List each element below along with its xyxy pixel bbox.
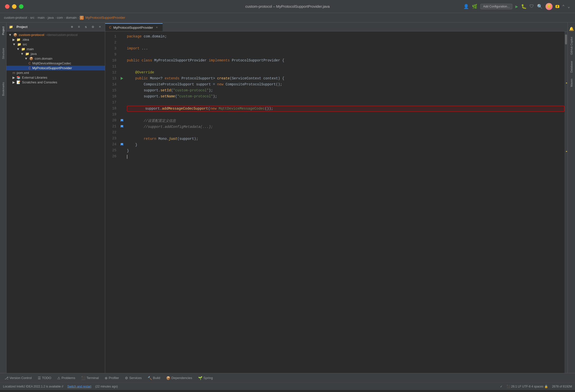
- locate-icon[interactable]: ⊕: [69, 24, 74, 29]
- tree-scratches[interactable]: ▶ 📝 Scratches and Consoles: [6, 80, 105, 85]
- bottom-toolbar: ⎇ Version Control ☰ TODO ⚠ Problems ⬛ Te…: [0, 373, 575, 383]
- status-ok-icon: ✓: [500, 385, 503, 388]
- main-layout: Project Structure Bookmarks 📁 Project ⊕ …: [0, 22, 575, 373]
- line-numbers: 1 2 3 9 10 11 12 13 14 15 16 17 18 19 20…: [105, 31, 119, 373]
- sidebar-tab-structure[interactable]: Structure: [1, 46, 6, 61]
- extlibs-icon: 📚: [16, 76, 20, 79]
- gear-icon[interactable]: ⚙: [90, 24, 95, 29]
- breadcrumb-src[interactable]: src: [30, 16, 34, 19]
- src-expand-icon: ▼: [12, 42, 16, 46]
- gutter-19: [119, 111, 125, 117]
- code-line-19: [127, 112, 565, 118]
- code-line-20: //设置配置定义信息: [127, 118, 565, 124]
- tree-extlibs[interactable]: ▶ 📚 External Libraries: [6, 75, 105, 80]
- close-panel-icon[interactable]: ×: [97, 24, 102, 29]
- terminal-btn[interactable]: ⬛ Terminal: [79, 375, 101, 381]
- problems-btn[interactable]: ⚠ Problems: [55, 375, 78, 381]
- warning-marker-2: [566, 151, 567, 152]
- vertical-scrollbar[interactable]: [565, 31, 568, 373]
- breadcrumb-com[interactable]: com: [57, 16, 63, 19]
- services-btn[interactable]: ⚙ Services: [122, 375, 144, 381]
- gutter-25: [119, 147, 125, 153]
- version-control-btn[interactable]: ⎇ Version Control: [2, 375, 34, 381]
- profiler-label: Profiler: [109, 376, 119, 380]
- problems-icon: ⚠: [57, 376, 60, 380]
- gutter-20: [119, 117, 125, 123]
- main-folder-icon: 📁: [21, 47, 25, 51]
- extlibs-expand-icon: ▶: [12, 76, 15, 79]
- profiler-btn[interactable]: ⊕ Profiler: [102, 375, 121, 381]
- git-icon[interactable]: 🌿: [472, 4, 477, 9]
- collapse-icon[interactable]: ⌄: [568, 4, 570, 9]
- add-config-button[interactable]: Add Configuration...: [480, 4, 512, 9]
- tree-main[interactable]: ▼ 📁 main: [6, 47, 105, 51]
- build-label: Build: [153, 376, 160, 380]
- sidebar-tab-project[interactable]: Project: [1, 25, 6, 36]
- dependencies-btn[interactable]: 📦 Dependencies: [164, 375, 195, 381]
- sort-icon[interactable]: ⇅: [83, 24, 88, 29]
- editor-tab-myprovider[interactable]: C MyProtocolSupportProvider ×: [105, 23, 163, 31]
- tree-pomxml[interactable]: m pom.xml: [6, 70, 105, 75]
- tree-mqttcodec[interactable]: C MqttDeviceMessageCodec: [6, 61, 105, 66]
- warning-badge[interactable]: 2: [556, 5, 559, 8]
- tab-close-icon[interactable]: ×: [155, 26, 159, 29]
- debug-button[interactable]: 🐛: [521, 4, 527, 9]
- spring-btn[interactable]: 🌱 Spring: [196, 375, 215, 381]
- right-tab-database[interactable]: Database: [569, 59, 574, 75]
- vcs-icon[interactable]: 👤: [463, 4, 469, 9]
- right-tab-copilot[interactable]: GitHub Copilot: [569, 35, 574, 57]
- run-button[interactable]: ▶: [515, 4, 518, 9]
- sidebar-tab-bookmarks[interactable]: Bookmarks: [1, 81, 6, 97]
- search-button[interactable]: 🔍: [537, 4, 543, 9]
- tree-java[interactable]: ▼ 📁 java: [6, 51, 105, 56]
- scrollbar-thumb[interactable]: [565, 34, 567, 44]
- code-content[interactable]: package com.domain; import ... public cl…: [125, 31, 565, 373]
- code-line-2: [127, 39, 565, 45]
- project-panel: 📁 Project ⊕ ≡ ⇅ ⚙ × ▼ 📦 custom-protocol …: [6, 22, 105, 373]
- tree-idea[interactable]: ▶ 📁 .idea: [6, 37, 105, 42]
- breadcrumb-custom-protocol[interactable]: custom-protocol: [4, 16, 27, 19]
- tree-myprovider[interactable]: C MyProtocolSupportProvider: [6, 66, 105, 70]
- root-path: ~/demo/custom-protocol: [45, 33, 77, 37]
- tree-src[interactable]: ▼ 📁 src: [6, 42, 105, 47]
- traffic-lights[interactable]: [5, 4, 23, 9]
- pom-icon: m: [12, 71, 15, 75]
- code-line-16: support.setName("custom-protocol");: [127, 93, 565, 99]
- maximize-button[interactable]: [19, 4, 23, 9]
- todo-btn[interactable]: ☰ TODO: [35, 375, 54, 381]
- close-button[interactable]: [5, 4, 9, 9]
- todo-label: TODO: [42, 376, 51, 380]
- breadcrumb-domain[interactable]: domain: [66, 16, 77, 19]
- build-btn[interactable]: 🔨 Build: [145, 375, 163, 381]
- folder-icon: 📁: [9, 25, 13, 29]
- code-line-22: [127, 130, 565, 136]
- project-panel-header: 📁 Project ⊕ ≡ ⇅ ⚙ ×: [6, 22, 105, 31]
- expand-icon[interactable]: ⌃: [562, 4, 565, 9]
- switch-restart-link[interactable]: Switch and restart: [67, 385, 91, 388]
- code-line-18: support.addMessageCodecSupport(new MqttD…: [127, 106, 565, 112]
- minimize-button[interactable]: [12, 4, 16, 9]
- breadcrumb-file[interactable]: MyProtocolSupportProvider: [85, 16, 125, 19]
- right-tab-maven[interactable]: Maven: [569, 77, 574, 89]
- code-line-9: [127, 51, 565, 57]
- notifications-icon[interactable]: 🔔: [568, 25, 575, 33]
- comdomain-label: com.domain: [35, 57, 52, 60]
- gutter-23: [119, 135, 125, 141]
- tree-comdomain[interactable]: ▼ 📦 com.domain: [6, 56, 105, 61]
- warning-marker-1: [566, 83, 567, 83]
- encoding-status[interactable]: ⬛ 26:1 LF UTF-8 4 spaces 🔒: [507, 385, 548, 388]
- position-label[interactable]: 2678 of 8192M: [552, 385, 572, 388]
- gutter-12: [119, 69, 125, 75]
- code-editor[interactable]: 1 2 3 9 10 11 12 13 14 15 16 17 18 19 20…: [105, 31, 568, 373]
- left-sidebar-tabs: Project Structure Bookmarks: [0, 22, 6, 373]
- breadcrumb-java[interactable]: java: [48, 16, 54, 19]
- problems-label: Problems: [61, 376, 75, 380]
- run-with-coverage-button[interactable]: 🛡: [530, 4, 534, 9]
- breadcrumb-main[interactable]: main: [38, 16, 45, 19]
- class-icon: C: [80, 16, 84, 20]
- collapse-all-icon[interactable]: ≡: [76, 24, 81, 29]
- tree-root[interactable]: ▼ 📦 custom-protocol ~/demo/custom-protoc…: [6, 32, 105, 37]
- editor-tabs: C MyProtocolSupportProvider ×: [105, 22, 568, 31]
- user-avatar[interactable]: 😊: [546, 3, 553, 10]
- code-line-1: package com.domain;: [127, 33, 565, 39]
